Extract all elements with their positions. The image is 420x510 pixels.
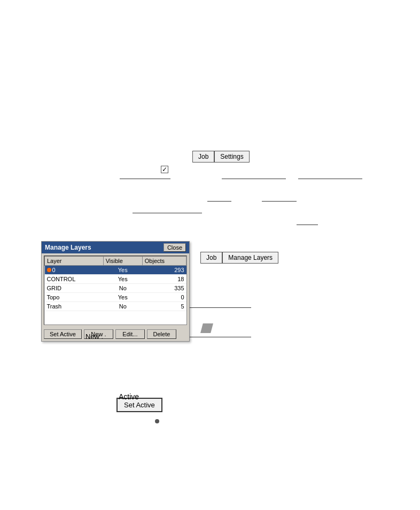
field-underline-3 xyxy=(298,179,362,179)
field-underline-4 xyxy=(207,201,231,202)
top-menu-bar: Job Settings xyxy=(192,151,250,163)
table-row[interactable]: GRIDNo335 xyxy=(45,284,186,293)
manage-layers-menu-button[interactable]: Manage Layers xyxy=(222,252,278,264)
layer-name-cell: 0 xyxy=(45,266,104,275)
layer-objects-cell: 0 xyxy=(142,293,186,302)
layer-visible-cell: No xyxy=(103,284,142,293)
layer-objects-cell: 293 xyxy=(142,266,186,275)
layer-objects-cell: 335 xyxy=(142,284,186,293)
col-header-layer: Layer xyxy=(45,257,104,266)
active-dot-icon xyxy=(47,268,51,272)
layer-visible-cell: No xyxy=(103,302,142,311)
dialog-footer: Set Active New . Edit... Delete xyxy=(42,327,189,341)
set-active-button[interactable]: Set Active xyxy=(44,329,82,339)
col-header-visible: Visible xyxy=(103,257,142,266)
layer-name-cell: GRID xyxy=(45,284,104,293)
layer-name-cell: CONTROL xyxy=(45,275,104,284)
new-dot-label: New . xyxy=(85,333,103,341)
field-underline-1 xyxy=(120,179,170,179)
field-underline-2 xyxy=(222,179,286,179)
layer-objects-cell: 5 xyxy=(142,302,186,311)
parallelogram-shape xyxy=(200,323,213,333)
table-row[interactable]: TrashNo5 xyxy=(45,302,186,311)
checkbox[interactable]: ✓ xyxy=(161,166,168,173)
manage-layers-dialog: Manage Layers Close Layer Visible Object… xyxy=(41,241,190,342)
second-menu-bar: Job Manage Layers xyxy=(200,252,278,264)
field-underline-7 xyxy=(297,225,318,225)
field-underline-5 xyxy=(262,201,297,202)
layer-name-cell: Topo xyxy=(45,293,104,302)
settings-menu-button[interactable]: Settings xyxy=(214,151,249,163)
dot-indicator xyxy=(155,419,159,423)
col-header-objects: Objects xyxy=(142,257,186,266)
dialog-titlebar: Manage Layers Close xyxy=(42,242,189,253)
active-label: Active xyxy=(119,392,139,401)
delete-button[interactable]: Delete xyxy=(147,329,176,339)
dialog-title: Manage Layers xyxy=(45,244,91,251)
layer-name-cell: Trash xyxy=(45,302,104,311)
layer-visible-cell: Yes xyxy=(103,275,142,284)
edit-button[interactable]: Edit... xyxy=(115,329,145,339)
layers-table: Layer Visible Objects 0Yes293CONTROLYes1… xyxy=(44,256,186,311)
field-underline-9 xyxy=(182,337,251,337)
layer-visible-cell: Yes xyxy=(103,293,142,302)
layer-objects-cell: 18 xyxy=(142,275,186,284)
job-menu-button[interactable]: Job xyxy=(192,151,214,163)
layer-visible-cell: Yes xyxy=(103,266,142,275)
dialog-close-button[interactable]: Close xyxy=(164,243,186,252)
field-underline-8 xyxy=(182,307,251,308)
field-underline-6 xyxy=(133,213,202,213)
job-menu-button-2[interactable]: Job xyxy=(200,252,222,264)
table-row[interactable]: CONTROLYes18 xyxy=(45,275,186,284)
table-row[interactable]: 0Yes293 xyxy=(45,266,186,275)
layers-table-container: Layer Visible Objects 0Yes293CONTROLYes1… xyxy=(44,256,187,325)
table-row[interactable]: TopoYes0 xyxy=(45,293,186,302)
